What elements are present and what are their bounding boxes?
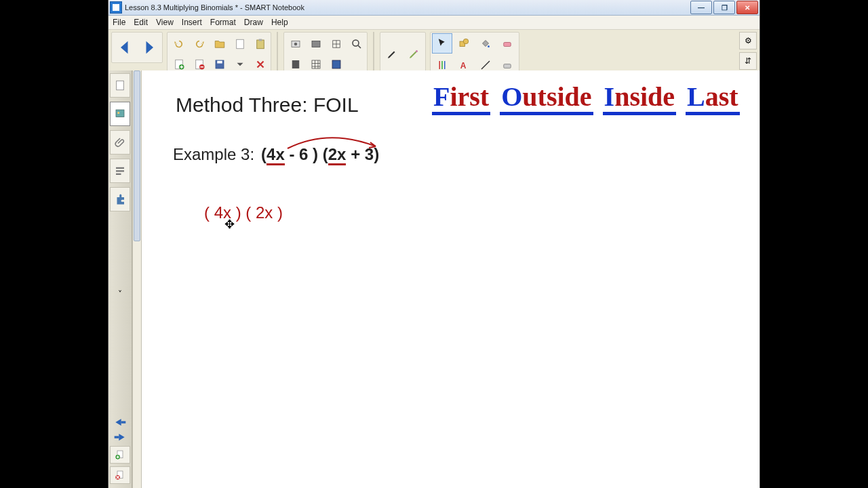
menu-format[interactable]: Format bbox=[210, 18, 236, 27]
paste-button[interactable] bbox=[250, 34, 271, 54]
svg-rect-30 bbox=[116, 167, 124, 169]
example-expression: (4x - 6 ) (2x + 3) bbox=[261, 145, 379, 164]
addons-tab[interactable] bbox=[110, 187, 130, 211]
svg-rect-33 bbox=[121, 421, 126, 423]
menu-help[interactable]: Help bbox=[271, 18, 288, 27]
select-button[interactable] bbox=[432, 33, 452, 54]
updown-icon: ⇵ bbox=[745, 56, 751, 66]
collapse-button[interactable]: ˅ bbox=[111, 287, 130, 301]
view-tools-group bbox=[283, 32, 368, 75]
shape-button[interactable] bbox=[454, 33, 474, 54]
close-button[interactable]: ✕ bbox=[736, 1, 758, 14]
menu-file[interactable]: File bbox=[113, 18, 125, 27]
zoom-button[interactable] bbox=[347, 34, 367, 54]
work-expression[interactable]: ( 4x ) ( 2x ) bbox=[204, 203, 283, 222]
svg-rect-25 bbox=[504, 43, 511, 47]
svg-point-10 bbox=[294, 43, 298, 46]
svg-point-22 bbox=[463, 39, 469, 44]
foil-first: First bbox=[433, 81, 489, 113]
window-title: Lesson 8.3 Multiplying Binomials * - SMA… bbox=[125, 3, 690, 12]
svg-rect-14 bbox=[292, 60, 300, 68]
gear-icon: ⚙ bbox=[745, 36, 752, 45]
svg-rect-26 bbox=[504, 64, 511, 68]
prev-page-button[interactable] bbox=[116, 38, 135, 57]
app-window: Lesson 8.3 Multiplying Binomials * - SMA… bbox=[108, 0, 760, 488]
svg-rect-20 bbox=[444, 61, 446, 69]
eraser-button[interactable] bbox=[497, 33, 517, 54]
svg-point-29 bbox=[117, 112, 119, 114]
sidebar: ˅ bbox=[108, 70, 132, 488]
svg-rect-32 bbox=[116, 174, 121, 175]
svg-rect-11 bbox=[312, 41, 320, 47]
maximize-button[interactable]: ❐ bbox=[713, 1, 735, 14]
open-button[interactable] bbox=[210, 34, 230, 54]
pen-button[interactable] bbox=[382, 44, 402, 64]
svg-rect-1 bbox=[257, 40, 264, 49]
scrollbar-thumb[interactable] bbox=[134, 70, 140, 241]
titlebar: Lesson 8.3 Multiplying Binomials * - SMA… bbox=[108, 0, 760, 16]
foil-mnemonic: First Outside Inside Last bbox=[433, 81, 738, 113]
document-camera-button[interactable] bbox=[306, 34, 326, 54]
fill-button[interactable] bbox=[475, 33, 496, 54]
gallery-tab[interactable] bbox=[110, 102, 130, 126]
move-toolbar-button[interactable]: ⇵ bbox=[739, 52, 757, 70]
add-slide-button[interactable] bbox=[110, 446, 130, 464]
menu-view[interactable]: View bbox=[156, 18, 174, 27]
redo-button[interactable] bbox=[189, 34, 210, 54]
heading: Method Three: FOIL bbox=[176, 94, 359, 117]
settings-button[interactable]: ⚙ bbox=[739, 32, 757, 49]
chevron-down-icon: ˅ bbox=[118, 289, 122, 299]
svg-text:A: A bbox=[460, 61, 467, 70]
svg-rect-16 bbox=[332, 60, 340, 68]
vertical-scrollbar[interactable] bbox=[132, 70, 142, 488]
svg-rect-18 bbox=[439, 61, 441, 69]
menu-edit[interactable]: Edit bbox=[134, 18, 148, 27]
app-icon bbox=[110, 1, 122, 14]
svg-rect-34 bbox=[115, 436, 119, 438]
attachments-tab[interactable] bbox=[110, 130, 130, 155]
svg-rect-27 bbox=[117, 81, 124, 90]
example-line: Example 3: (4x - 6 ) (2x + 3) bbox=[173, 145, 379, 164]
menu-draw[interactable]: Draw bbox=[244, 18, 263, 27]
svg-rect-0 bbox=[237, 39, 244, 49]
new-page-button[interactable] bbox=[230, 34, 250, 54]
svg-rect-19 bbox=[441, 61, 443, 69]
minimize-button[interactable]: — bbox=[690, 1, 712, 14]
svg-rect-15 bbox=[312, 60, 320, 68]
svg-point-24 bbox=[488, 45, 490, 47]
foil-inside: Inside bbox=[604, 81, 675, 113]
svg-point-17 bbox=[416, 50, 418, 52]
insert-table-button[interactable] bbox=[326, 34, 347, 54]
menubar: File Edit View Insert Format Draw Help bbox=[108, 16, 760, 30]
properties-tab[interactable] bbox=[110, 159, 130, 183]
undo-button[interactable] bbox=[169, 34, 189, 54]
next-page-button[interactable] bbox=[139, 38, 158, 57]
svg-point-13 bbox=[353, 40, 359, 46]
creative-pen-button[interactable] bbox=[403, 44, 424, 64]
file-tools-group bbox=[167, 32, 271, 75]
sidebar-next-button[interactable] bbox=[112, 431, 128, 443]
svg-rect-2 bbox=[259, 39, 262, 41]
foil-outside: Outside bbox=[501, 81, 591, 113]
example-label: Example 3: bbox=[173, 145, 254, 164]
page-sorter-tab[interactable] bbox=[110, 73, 130, 98]
screen-capture-button[interactable] bbox=[285, 34, 306, 54]
nav-group bbox=[111, 32, 163, 63]
svg-rect-28 bbox=[116, 110, 124, 117]
svg-rect-8 bbox=[217, 61, 222, 64]
foil-last: Last bbox=[687, 81, 738, 113]
page-canvas[interactable]: Method Three: FOIL First Outside Inside … bbox=[142, 70, 760, 488]
menu-insert[interactable]: Insert bbox=[182, 18, 202, 27]
delete-slide-button[interactable] bbox=[110, 466, 130, 484]
sidebar-prev-button[interactable] bbox=[112, 416, 128, 428]
move-cursor-icon: ✥ bbox=[224, 217, 235, 232]
svg-rect-31 bbox=[116, 170, 124, 171]
